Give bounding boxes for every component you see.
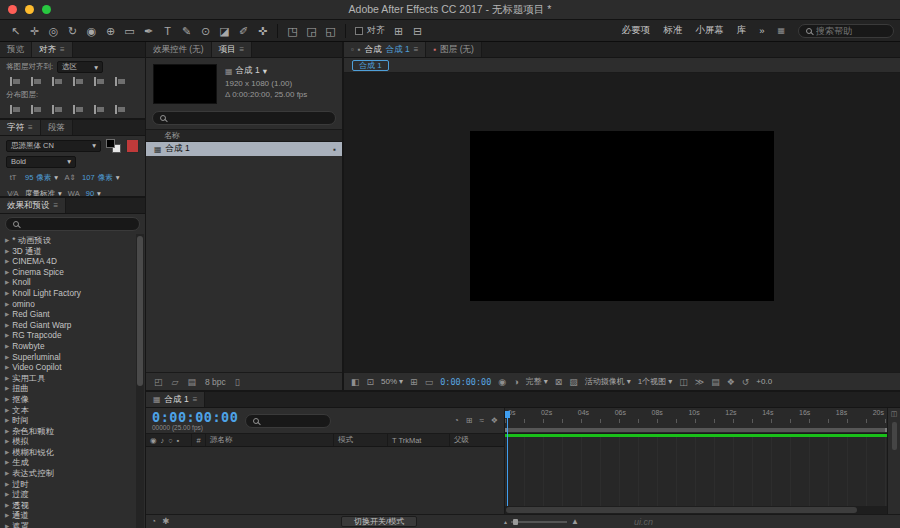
effects-category-item[interactable]: ▶ 遮罩 — [0, 521, 145, 528]
effects-category-item[interactable]: ▶ omino — [0, 299, 145, 310]
distribute-bottom-button[interactable] — [48, 103, 65, 115]
tab-align[interactable]: 对齐 ≡ — [32, 42, 73, 57]
scrollbar-thumb[interactable] — [506, 507, 857, 513]
expand-arrow-icon[interactable]: ▶ — [5, 447, 9, 458]
video-column-icon[interactable]: ◉ — [150, 436, 157, 445]
leading-value[interactable]: 107 像素 ▾ — [82, 173, 119, 183]
effects-category-item[interactable]: ▶ 抠像 — [0, 394, 145, 405]
resolution-select[interactable]: 完整▾ — [526, 376, 548, 387]
effects-search-field[interactable] — [5, 217, 140, 231]
work-area-bar[interactable] — [505, 428, 887, 432]
tab-effect-controls[interactable]: 效果控件 (无) — [146, 42, 212, 57]
selection-tool[interactable]: ↖ — [6, 22, 25, 40]
distribute-v-center-button[interactable] — [27, 103, 44, 115]
expand-arrow-icon[interactable]: ▶ — [5, 352, 9, 363]
effects-category-item[interactable]: ▶ 3D 通道 — [0, 246, 145, 257]
tab-project[interactable]: 项目 ≡ — [212, 42, 253, 57]
snap-toggle[interactable]: 对齐 — [355, 24, 385, 37]
draft-3d-icon[interactable]: ⊞ — [466, 416, 473, 425]
view-axis-mode[interactable]: ◱ — [321, 22, 340, 40]
puppet-pin-tool[interactable]: ✜ — [253, 22, 272, 40]
effects-category-item[interactable]: ▶ 生成 — [0, 457, 145, 468]
expand-arrow-icon[interactable]: ▶ — [5, 373, 9, 384]
roto-brush-tool[interactable]: ✐ — [234, 22, 253, 40]
expand-arrow-icon[interactable]: ▶ — [5, 309, 9, 320]
kerning-select[interactable]: 度量标准 ▾ — [25, 189, 62, 197]
fullscreen-window-button[interactable] — [42, 5, 51, 14]
scrollbar-thumb[interactable] — [137, 236, 143, 386]
parent-column[interactable]: 父级 — [450, 434, 504, 446]
new-folder-icon[interactable]: ▱ — [172, 377, 179, 387]
snapshot-camera-icon[interactable]: ◉ — [498, 377, 506, 387]
world-axis-mode[interactable]: ◲ — [302, 22, 321, 40]
camera-tool[interactable]: ◉ — [82, 22, 101, 40]
effects-category-item[interactable]: ▶ Superluminal — [0, 352, 145, 363]
workspace-overflow-icon[interactable]: » — [759, 25, 764, 36]
brush-tool[interactable]: ✎ — [177, 22, 196, 40]
tab-preview[interactable]: 预览 — [0, 42, 32, 57]
effects-category-item[interactable]: ▶ Cinema Spice — [0, 267, 145, 278]
tracking-value[interactable]: 90 ▾ — [86, 189, 101, 196]
label-color-icon[interactable]: ▪ — [333, 145, 336, 154]
font-family-select[interactable]: 思源黑体 CN ▾ — [6, 140, 101, 152]
show-channels-icon[interactable]: ◑ — [513, 377, 518, 387]
layer-list-empty-area[interactable] — [146, 447, 504, 514]
expand-arrow-icon[interactable]: ▶ — [5, 510, 9, 521]
expand-arrow-icon[interactable]: ▶ — [5, 405, 9, 416]
help-search-input[interactable] — [816, 26, 886, 36]
effects-category-item[interactable]: ▶ 扭曲 — [0, 383, 145, 394]
shape-tool[interactable]: ▭ — [120, 22, 139, 40]
snapshot-icon[interactable]: ◧ — [351, 377, 360, 387]
new-composition-icon[interactable]: ▤ — [187, 377, 196, 387]
panel-menu-icon[interactable]: ≡ — [54, 201, 59, 210]
panel-menu-icon[interactable]: ≡ — [60, 45, 65, 54]
audio-column-icon[interactable]: ♪ — [161, 436, 165, 445]
font-style-select[interactable]: Bold ▾ — [6, 156, 76, 168]
expand-arrow-icon[interactable]: ▶ — [5, 394, 9, 405]
pen-tool[interactable]: ✒ — [139, 22, 158, 40]
effects-category-item[interactable]: ▶ Rowbyte — [0, 341, 145, 352]
tab-timeline-comp[interactable]: ▦ 合成 1 ≡ — [146, 392, 205, 407]
effects-category-item[interactable]: ▶ 模糊和锐化 — [0, 447, 145, 458]
mask-visibility-options[interactable]: ⊟ — [408, 22, 427, 40]
view-layout-select[interactable]: 1个视图▾ — [638, 376, 672, 387]
align-right-button[interactable] — [48, 75, 65, 87]
expand-arrow-icon[interactable]: ▶ — [5, 330, 9, 341]
current-timecode[interactable]: 0:00:00:00 — [152, 410, 238, 424]
tab-layer[interactable]: ▪ 图层 (无) — [426, 42, 481, 57]
camera-view-select[interactable]: 活动摄像机▾ — [585, 376, 631, 387]
expand-arrow-icon[interactable]: ▶ — [5, 489, 9, 500]
tab-paragraph[interactable]: 段落 — [41, 120, 73, 135]
expand-transfer-controls-icon[interactable]: ✱ — [162, 516, 169, 526]
timeline-vertical-scrollbar[interactable] — [892, 422, 897, 450]
workspace-panel-icon[interactable]: ▦ — [777, 26, 785, 35]
expand-arrow-icon[interactable]: ▶ — [5, 299, 9, 310]
expand-arrow-icon[interactable]: ▶ — [5, 256, 9, 267]
comp-marker-icon[interactable]: ◫ — [891, 410, 898, 418]
align-h-center-button[interactable] — [27, 75, 44, 87]
show-snapshot-icon[interactable]: ⊡ — [367, 377, 375, 387]
workspace-item[interactable]: 标准 — [663, 24, 682, 37]
project-row-selected[interactable]: ▦ 合成 1 ▪ — [146, 142, 342, 156]
effects-category-item[interactable]: ▶ Video Copilot — [0, 362, 145, 373]
close-window-button[interactable] — [8, 5, 17, 14]
region-of-interest-icon[interactable]: ⊠ — [555, 377, 563, 387]
fill-color-swatch[interactable] — [106, 139, 121, 153]
workspace-item[interactable]: 必要项 — [622, 24, 651, 37]
workspace-item[interactable]: 小屏幕 — [695, 24, 724, 37]
pan-behind-tool[interactable]: ⊕ — [101, 22, 120, 40]
interpret-footage-icon[interactable]: ◰ — [154, 377, 163, 387]
expand-arrow-icon[interactable]: ▶ — [5, 246, 9, 257]
expand-arrow-icon[interactable]: ▶ — [5, 235, 9, 246]
expand-arrow-icon[interactable]: ▶ — [5, 383, 9, 394]
time-ruler[interactable]: 0s02s04s06s08s10s12s14s16s18s20s — [505, 408, 900, 434]
effects-category-item[interactable]: ▶ 时间 — [0, 415, 145, 426]
distribute-left-button[interactable] — [69, 103, 86, 115]
expand-arrow-icon[interactable]: ▶ — [5, 436, 9, 447]
selected-item-name[interactable]: ▦ 合成 1 ▾ — [225, 65, 307, 77]
snap-checkbox[interactable] — [355, 27, 363, 35]
track-area[interactable] — [505, 437, 887, 506]
effects-scrollbar[interactable] — [136, 234, 144, 528]
exposure-value[interactable]: +0.0 — [756, 377, 772, 386]
timeline-horizontal-scrollbar[interactable] — [505, 506, 887, 514]
